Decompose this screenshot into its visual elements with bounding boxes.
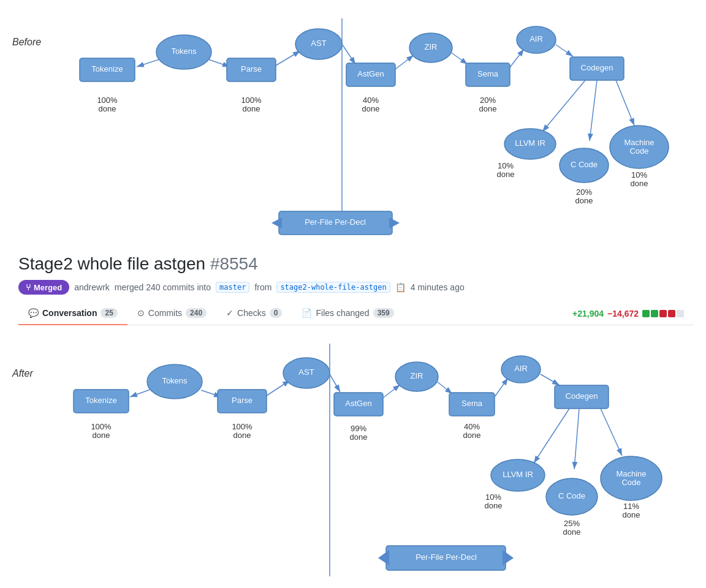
main-container: Before Tokenize 100% done Toke bbox=[0, 0, 706, 588]
before-llvmir-label: LLVM IR bbox=[515, 138, 545, 148]
before-tokenize-label: Tokenize bbox=[91, 64, 123, 74]
after-zir-label: ZIR bbox=[411, 371, 423, 380]
after-arrow-sema-air bbox=[495, 378, 508, 397]
tab-files-count: 359 bbox=[373, 308, 394, 318]
files-icon: 📄 bbox=[302, 308, 312, 318]
tabs-left: 💬 Conversation 25 ⊙ Commits 240 ✓ Checks… bbox=[18, 302, 404, 325]
pr-time-ago: 4 minutes ago bbox=[411, 282, 465, 292]
tab-files-changed[interactable]: 📄 Files changed 359 bbox=[292, 302, 403, 325]
before-llvmir-pct: 10% bbox=[498, 161, 514, 170]
before-astgen-pct2: done bbox=[362, 104, 380, 113]
tab-commits[interactable]: ⊙ Commits 240 bbox=[127, 302, 216, 325]
after-ccode-label: C Code bbox=[558, 491, 585, 500]
before-label: Before bbox=[12, 6, 46, 48]
before-arrow-codegen-ccode bbox=[590, 80, 597, 141]
after-llvmir-label: LLVM IR bbox=[503, 470, 533, 479]
pr-meta: ⑂ Merged andrewrk merged 240 commits int… bbox=[18, 280, 694, 295]
tab-commits-label: Commits bbox=[148, 308, 182, 318]
copy-icon[interactable]: 📋 bbox=[395, 282, 406, 292]
after-codegen-label: Codegen bbox=[566, 391, 598, 401]
pr-from-text: from bbox=[254, 282, 271, 292]
before-arrow-codegen-llvmir bbox=[542, 80, 585, 132]
pr-title: Stage2 whole file astgen #8554 bbox=[18, 254, 694, 274]
diff-block-green-1 bbox=[642, 310, 650, 317]
tab-commits-count: 240 bbox=[186, 308, 207, 318]
before-codegen-label: Codegen bbox=[581, 63, 613, 72]
after-machinecode-pct2: done bbox=[623, 510, 640, 519]
after-arrow-codegen-llvmir bbox=[534, 409, 569, 463]
before-zir-label: ZIR bbox=[425, 42, 438, 51]
tab-checks-count: 0 bbox=[270, 308, 283, 318]
before-machinecode-pct: 10% bbox=[631, 170, 647, 179]
before-arrow-zir-sema bbox=[450, 52, 468, 64]
before-perfile-label: Per-File Per-Decl bbox=[305, 217, 366, 227]
tab-checks-label: Checks bbox=[237, 308, 266, 318]
after-astgen-pct2: done bbox=[350, 432, 368, 442]
after-sema-label: Sema bbox=[461, 399, 483, 408]
merged-badge: ⑂ Merged bbox=[18, 280, 69, 295]
after-astgen-label: AstGen bbox=[345, 399, 371, 408]
before-parse-pct2: done bbox=[243, 104, 260, 113]
pr-base-branch: master bbox=[216, 282, 249, 293]
after-arrow-codegen-ccode bbox=[574, 409, 579, 469]
diff-additions: +21,904 bbox=[572, 309, 604, 318]
after-diagram: Tokenize 100% done Tokens Parse 100% don… bbox=[46, 331, 694, 588]
checks-icon: ✓ bbox=[226, 308, 233, 318]
after-arrow-tokens-tokenize bbox=[130, 390, 150, 397]
before-llvmir-pct2: done bbox=[497, 170, 515, 179]
after-sema-pct: 40% bbox=[464, 422, 480, 431]
before-machinecode-label1: Machine bbox=[624, 138, 654, 147]
before-sema-label: Sema bbox=[477, 69, 499, 78]
after-arrow-parse-ast bbox=[267, 380, 290, 396]
merge-icon: ⑂ bbox=[26, 282, 31, 292]
after-label: After bbox=[12, 331, 46, 379]
diff-stats: +21,904 −14,672 bbox=[563, 304, 694, 323]
after-parse-pct2: done bbox=[233, 431, 251, 440]
after-ccode-pct: 25% bbox=[564, 519, 580, 528]
after-section: After Tokenize 100% done Token bbox=[12, 331, 694, 588]
before-ast-label: AST bbox=[311, 39, 326, 48]
after-tokens-label: Tokens bbox=[162, 376, 188, 385]
after-sema-pct2: done bbox=[463, 431, 481, 440]
before-arrow-ast-astgen bbox=[342, 44, 355, 64]
after-diagram-svg: Tokenize 100% done Tokens Parse 100% don… bbox=[46, 331, 689, 588]
pr-number: #8554 bbox=[210, 254, 258, 273]
after-arrow-zir-sema bbox=[437, 382, 452, 394]
conversation-icon: 💬 bbox=[28, 308, 39, 318]
diff-deletions: −14,672 bbox=[607, 309, 639, 318]
tab-checks[interactable]: ✓ Checks 0 bbox=[216, 302, 292, 325]
before-parse-label: Parse bbox=[241, 64, 262, 74]
after-machinecode-label1: Machine bbox=[616, 469, 646, 478]
before-parse-pct: 100% bbox=[241, 96, 262, 105]
tab-conversation-label: Conversation bbox=[42, 308, 97, 318]
after-machinecode-pct: 11% bbox=[623, 502, 639, 511]
before-arrow-tokens-tokenize bbox=[137, 59, 159, 67]
after-air-label: AIR bbox=[514, 364, 528, 373]
before-arrow-sema-air bbox=[510, 49, 524, 67]
after-arrow-codegen-machinecode bbox=[601, 409, 622, 456]
before-sema-pct: 20% bbox=[480, 96, 496, 105]
before-sema-pct2: done bbox=[479, 104, 497, 113]
before-ccode-pct: 20% bbox=[576, 187, 592, 197]
pr-merge-text: merged 240 commits into bbox=[115, 282, 211, 292]
after-parse-label: Parse bbox=[232, 396, 252, 405]
after-machinecode-label2: Code bbox=[621, 478, 640, 487]
after-tokenize-pct: 100% bbox=[91, 422, 112, 431]
tabs-bar: 💬 Conversation 25 ⊙ Commits 240 ✓ Checks… bbox=[18, 302, 694, 325]
before-perfile-arrow-right bbox=[389, 217, 400, 228]
before-perfile-arrow-left bbox=[271, 217, 282, 228]
after-arrow-air-codegen bbox=[541, 374, 560, 385]
before-astgen-pct: 40% bbox=[363, 96, 379, 105]
before-section: Before Tokenize 100% done Toke bbox=[12, 6, 694, 247]
before-ccode-pct2: done bbox=[575, 196, 593, 205]
tab-conversation[interactable]: 💬 Conversation 25 bbox=[18, 302, 127, 325]
after-perfile-label: Per-File Per-Decl bbox=[416, 552, 477, 562]
before-arrow-parse-ast bbox=[276, 51, 300, 66]
before-diagram: Tokenize 100% done Tokens Parse 100% don… bbox=[46, 6, 694, 247]
after-perfile-arrow-left bbox=[378, 550, 389, 565]
before-machinecode-pct2: done bbox=[631, 179, 648, 188]
after-arrow-ast-astgen bbox=[330, 374, 340, 392]
pr-head-branch: stage2-whole-file-astgen bbox=[276, 282, 390, 293]
diff-bar bbox=[642, 310, 684, 317]
after-llvmir-pct: 10% bbox=[485, 492, 501, 502]
